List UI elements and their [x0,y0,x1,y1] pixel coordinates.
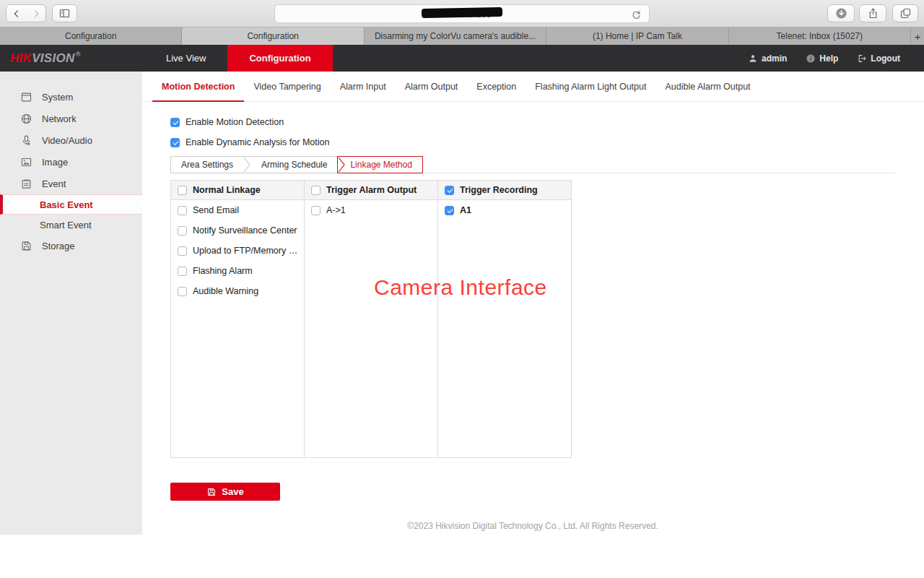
tab-overview-button[interactable] [892,4,918,22]
tab-motion-detection[interactable]: Motion Detection [152,72,244,101]
browser-tab-2[interactable]: Configuration [182,27,364,45]
downloads-button[interactable] [827,4,855,22]
logout-button[interactable]: Logout [857,53,900,64]
tab-exception[interactable]: Exception [467,72,526,101]
tab-alarm-input[interactable]: Alarm Input [331,72,396,101]
step-arming-schedule[interactable]: Arming Schedule [251,160,337,170]
browser-tab-title: (1) Home | IP Cam Talk [593,31,682,41]
tab-flashing-alarm-light-output[interactable]: Flashing Alarm Light Output [526,72,655,101]
linkage-item-a1-output: A->1 [305,200,437,220]
column-header-label: Trigger Alarm Output [326,185,417,195]
back-button[interactable] [6,5,26,22]
sidebar-item-video-audio[interactable]: Video/Audio [0,129,142,151]
user-area: admin i Help Logout [748,45,900,72]
sidebar-item-basic-event[interactable]: Basic Event [0,194,142,215]
sidebar-label: Image [42,157,68,168]
browser-tab-1[interactable]: Configuration [0,27,182,45]
browser-toolbar: 192.168.1.208 [0,0,924,27]
tab-alarm-output[interactable]: Alarm Output [396,72,468,101]
sidebar-label: Storage [42,241,75,251]
tab-video-tampering[interactable]: Video Tampering [244,72,330,101]
new-tab-button[interactable]: + [911,27,924,45]
steps-group: Area Settings Arming Schedule [170,156,338,173]
browser-tab-4[interactable]: (1) Home | IP Cam Talk [546,27,728,45]
user-menu[interactable]: admin [748,53,787,64]
column-header-label: Trigger Recording [460,185,538,195]
enable-toggles: Enable Motion Detection Enable Dynamic A… [170,112,895,152]
reload-button[interactable] [629,8,643,21]
sidebar-item-event[interactable]: Event [0,173,142,194]
page-body: System Network Video/Audio Image Event B… [0,72,924,535]
tab-label: Video Tampering [253,82,321,92]
step-linkage-method: Linkage Method [346,160,422,170]
back-icon [12,9,22,19]
save-button[interactable]: Save [170,483,280,501]
step-area-settings[interactable]: Area Settings [171,160,243,170]
main-content: Motion Detection Video Tampering Alarm I… [142,72,924,535]
address-bar[interactable]: 192.168.1.208 [274,4,650,23]
sidebar-item-storage[interactable]: Storage [0,235,142,256]
tab-label: Flashing Alarm Light Output [535,82,646,92]
nav-live-view[interactable]: Live View [144,45,227,72]
checkbox-trigger-alarm-output[interactable] [311,186,321,195]
share-button[interactable] [859,4,886,22]
toggle-label: Enable Motion Detection [186,117,284,127]
enable-dynamic-analysis-row: Enable Dynamic Analysis for Motion [170,132,895,152]
chevron-right-icon [338,157,346,173]
tab-audible-alarm-output[interactable]: Audible Alarm Output [655,72,759,101]
checkbox-normal-linkage[interactable] [178,186,187,195]
save-label: Save [222,486,243,497]
logo-text-red: HIK [10,51,32,66]
tab-label: Motion Detection [162,82,235,92]
settings-steps: Area Settings Arming Schedule Linkage Me… [170,156,423,173]
enable-motion-detection-row: Enable Motion Detection [170,112,895,132]
help-button[interactable]: i Help [806,53,838,64]
browser-tab-5[interactable]: Telenet: Inbox (15027) [729,27,911,45]
checkbox-flashing-alarm[interactable] [178,267,187,276]
sidebar-toggle-button[interactable] [52,4,77,22]
hikvision-logo: HIKVISION® [0,45,144,72]
info-icon: i [806,53,816,64]
linkage-item-notify-surveillance-center: Notify Surveillance Center [171,220,304,241]
linkage-item-audible-warning: Audible Warning [171,281,304,301]
checkbox-send-email[interactable] [178,206,187,215]
image-icon [20,156,32,168]
nav-configuration[interactable]: Configuration [227,45,332,72]
reload-icon [631,9,642,20]
sidebar-item-image[interactable]: Image [0,151,142,173]
chevron-right-icon [243,157,251,173]
checkbox-upload-ftp[interactable] [178,246,187,256]
checkbox-trigger-recording[interactable] [445,186,454,195]
item-label: Upload to FTP/Memory Card/... [193,246,304,256]
checkbox-enable-dynamic-analysis[interactable] [170,138,180,147]
linkage-item-send-email: Send Email [171,200,304,220]
username-label: admin [762,53,787,64]
linkage-item-a1-recording: A1 [438,200,571,220]
sidebar-item-network[interactable]: Network [0,108,142,129]
toggle-label: Enable Dynamic Analysis for Motion [186,137,329,147]
column-trigger-alarm-output: Trigger Alarm Output A->1 [305,181,438,457]
checkbox-enable-motion-detection[interactable] [170,118,180,127]
column-header: Normal Linkage [171,181,304,200]
column-header: Trigger Recording [438,181,571,200]
event-icon [20,178,32,190]
forward-button[interactable] [26,5,45,22]
tab-label: Audible Alarm Output [665,82,750,92]
share-icon [867,7,879,20]
download-icon [834,7,848,20]
browser-tab-bar: Configuration Configuration Disarming my… [0,27,924,45]
system-icon [20,91,32,103]
copyright-footer: ©2023 Hikvision Digital Technology Co., … [170,521,895,531]
checkbox-a1-recording[interactable] [445,206,454,215]
step-linkage-method-box[interactable]: Linkage Method [337,156,422,173]
browser-tab-title: Disarming my ColorVu camera's audible... [375,31,536,41]
checkbox-notify-surveillance-center[interactable] [178,226,187,236]
sidebar-item-smart-event[interactable]: Smart Event [0,215,142,235]
save-icon [206,487,217,497]
browser-tab-3[interactable]: Disarming my ColorVu camera's audible... [365,27,546,45]
checkbox-a1-output[interactable] [311,206,321,215]
sidebar-item-system[interactable]: System [0,86,142,108]
user-icon [748,53,758,64]
browser-tab-title: Configuration [247,31,298,41]
checkbox-audible-warning[interactable] [178,287,187,296]
